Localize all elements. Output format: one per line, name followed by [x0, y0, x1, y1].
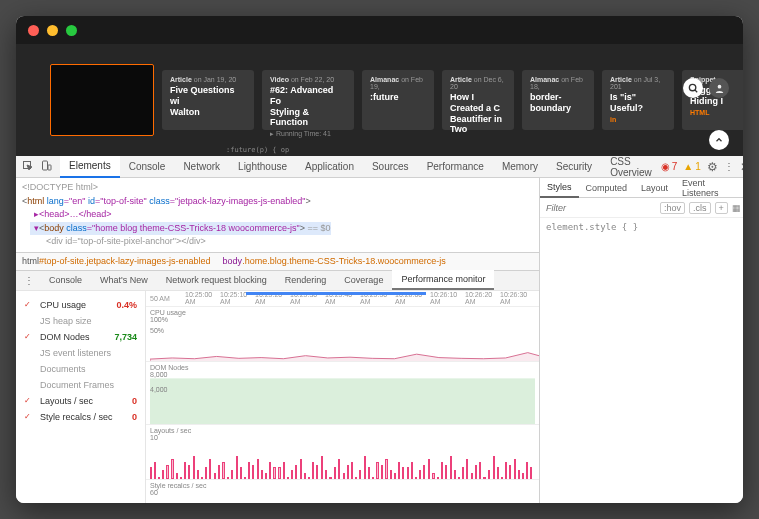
doctype-line[interactable]: <!DOCTYPE html>	[22, 181, 533, 195]
timeline-tick: 10:26:10 AM	[430, 291, 465, 305]
bar	[462, 467, 464, 478]
bar	[209, 459, 211, 479]
breadcrumb[interactable]: html#top-of-site.jetpack-lazy-images-js-…	[16, 252, 539, 270]
bar	[197, 470, 199, 478]
perf-metric-js-event-listeners[interactable]: JS event listeners	[16, 345, 145, 361]
chip-cls[interactable]: .cls	[689, 202, 711, 214]
drawer-tab-rendering[interactable]: Rendering	[276, 270, 336, 290]
head-node[interactable]: ▸<head>…</head>	[22, 208, 533, 222]
bar	[316, 465, 318, 479]
content-card[interactable]: Almanac on Feb 18,border-boundary	[522, 70, 594, 130]
bar	[166, 465, 168, 479]
content-card[interactable]: Article on Jan 19, 20Five Questions wiWa…	[162, 70, 254, 130]
bar	[278, 467, 280, 478]
bar	[445, 465, 447, 479]
bar	[158, 477, 160, 479]
bar	[385, 459, 387, 479]
devtools-tab-lighthouse[interactable]: Lighthouse	[229, 156, 296, 178]
bar	[205, 467, 207, 478]
content-card[interactable]: Article on Dec 6, 20How I Created a CBea…	[442, 70, 514, 130]
bar	[419, 470, 421, 478]
close-icon[interactable]	[28, 25, 39, 36]
bar	[514, 459, 516, 479]
bar	[214, 473, 216, 479]
inspect-icon[interactable]	[22, 160, 34, 174]
perf-metric-style-recalcs-sec[interactable]: ✓Style recalcs / sec0	[16, 409, 145, 425]
drawer-tab-console[interactable]: Console	[40, 270, 91, 290]
bar	[222, 462, 224, 479]
chip-hov[interactable]: :hov	[660, 202, 685, 214]
bar	[150, 467, 152, 478]
styles-tabbar: StylesComputedLayoutEvent Listeners	[540, 178, 743, 198]
drawer-menu-icon[interactable]: ⋮	[18, 275, 40, 286]
bar	[231, 470, 233, 478]
elements-tree[interactable]: <!DOCTYPE html> <html lang="en" id="top-…	[16, 178, 539, 252]
thumbnail-selected[interactable]	[50, 64, 154, 136]
child-node[interactable]: <div id="top-of-site-pixel-anchor"></div…	[22, 235, 533, 249]
element-style-rule[interactable]: element.style { }	[540, 218, 743, 236]
content-card[interactable]: Almanac on Feb 19,:future	[362, 70, 434, 130]
devtools-tab-network[interactable]: Network	[174, 156, 229, 178]
more-icon[interactable]: ⋮	[724, 161, 734, 172]
styles-tab-layout[interactable]: Layout	[634, 178, 675, 198]
devtools-tab-application[interactable]: Application	[296, 156, 363, 178]
perf-metric-document-frames[interactable]: Document Frames	[16, 377, 145, 393]
scroll-up-icon[interactable]	[709, 130, 729, 150]
content-card[interactable]: Article on Jul 3, 201Is "is" Useful?in	[602, 70, 674, 130]
drawer-tab-network-request-blocking[interactable]: Network request blocking	[157, 270, 276, 290]
user-icon[interactable]	[709, 78, 729, 98]
device-icon[interactable]	[40, 160, 52, 174]
devtools-tab-elements[interactable]: Elements	[60, 156, 120, 178]
styles-tab-computed[interactable]: Computed	[579, 178, 635, 198]
minimize-icon[interactable]	[47, 25, 58, 36]
search-icon[interactable]	[683, 78, 703, 98]
content-card[interactable]: Video on Feb 22, 20#62: Advanced FoStyli…	[262, 70, 354, 130]
perf-metric-dom-nodes[interactable]: ✓DOM Nodes7,734	[16, 329, 145, 345]
svg-point-0	[689, 84, 695, 90]
devtools-tab-performance[interactable]: Performance	[418, 156, 493, 178]
warning-count[interactable]: ▲ 1	[683, 161, 700, 172]
bar	[402, 467, 404, 478]
error-count[interactable]: ◉ 7	[661, 161, 678, 172]
drawer-tab-what's-new[interactable]: What's New	[91, 270, 157, 290]
bar	[411, 462, 413, 479]
bar	[325, 470, 327, 478]
devtools-tab-css-overview[interactable]: CSS Overview	[601, 156, 661, 178]
cpu-graph: CPU usage 100% 50%	[146, 307, 539, 362]
devtools-tab-memory[interactable]: Memory	[493, 156, 547, 178]
filter-input[interactable]	[546, 203, 660, 213]
bar	[287, 477, 289, 479]
perf-metric-layouts-sec[interactable]: ✓Layouts / sec0	[16, 393, 145, 409]
devtools-tab-security[interactable]: Security	[547, 156, 601, 178]
drawer-tab-coverage[interactable]: Coverage	[335, 270, 392, 290]
selected-node[interactable]: ▾<body class="home blog theme-CSS-Tricks…	[30, 222, 331, 236]
bar	[176, 473, 178, 479]
chip-[interactable]: +	[715, 202, 728, 214]
drawer-tab-performance-monitor[interactable]: Performance monitor	[392, 270, 494, 290]
bar	[193, 456, 195, 478]
performance-monitor: ✓CPU usage0.4%JS heap size✓DOM Nodes7,73…	[16, 290, 539, 504]
styles-panel: StylesComputedLayoutEvent Listeners :hov…	[539, 178, 743, 503]
timeline[interactable]: 50 AM10:25:00 AM10:25:10 AM10:25:20 AM10…	[146, 291, 539, 307]
maximize-icon[interactable]	[66, 25, 77, 36]
new-style-icon[interactable]: ▦	[732, 203, 741, 213]
styles-tab-event-listeners[interactable]: Event Listeners	[675, 178, 743, 198]
perf-metric-js-heap-size[interactable]: JS heap size	[16, 313, 145, 329]
svg-line-1	[694, 89, 696, 91]
bar	[227, 477, 229, 479]
bar	[312, 462, 314, 479]
bar	[479, 462, 481, 479]
perf-metric-documents[interactable]: Documents	[16, 361, 145, 377]
devtools-tab-console[interactable]: Console	[120, 156, 175, 178]
svg-rect-5	[48, 165, 51, 170]
devtools-tab-sources[interactable]: Sources	[363, 156, 418, 178]
perf-metric-cpu-usage[interactable]: ✓CPU usage0.4%	[16, 297, 145, 313]
gear-icon[interactable]: ⚙	[707, 160, 718, 174]
bar	[355, 477, 357, 479]
bar	[450, 456, 452, 478]
timeline-selection[interactable]	[246, 292, 426, 295]
bar	[308, 477, 310, 479]
close-devtools-icon[interactable]: ✕	[740, 160, 743, 174]
styles-tab-styles[interactable]: Styles	[540, 178, 579, 198]
bar	[390, 470, 392, 478]
